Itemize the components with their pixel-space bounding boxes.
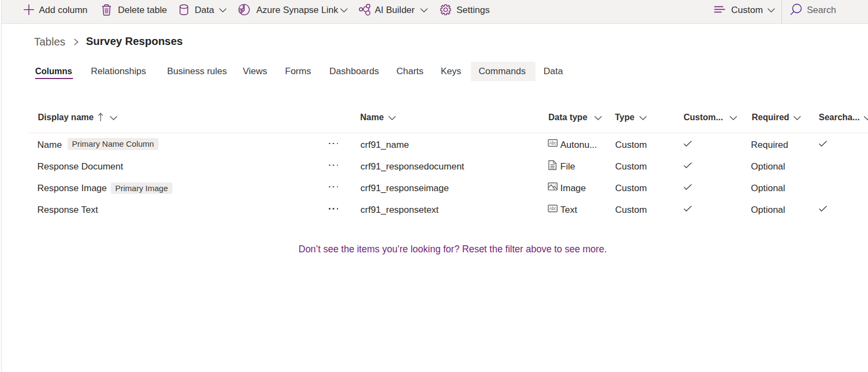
svg-text:Abc: Abc <box>549 141 556 146</box>
svg-text:Abc: Abc <box>549 206 556 211</box>
